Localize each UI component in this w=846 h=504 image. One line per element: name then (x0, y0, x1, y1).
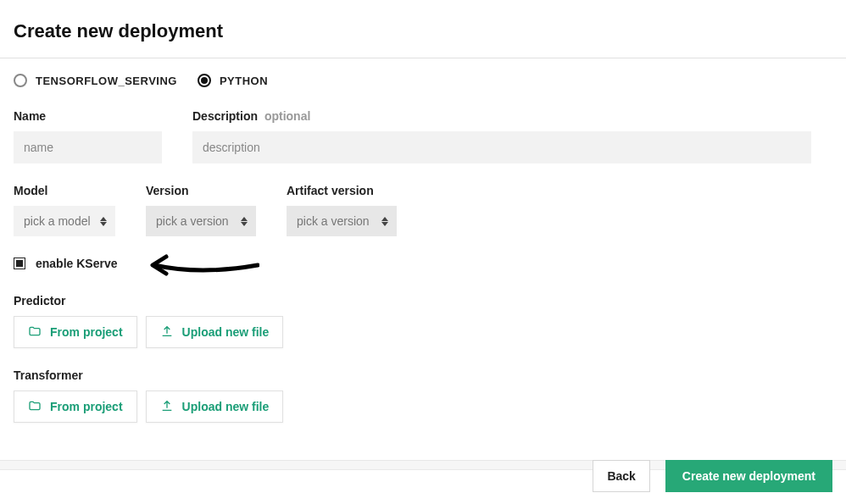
radio-python[interactable]: PYTHON (198, 74, 268, 87)
predictor-upload-button[interactable]: Upload new file (146, 316, 284, 348)
radio-icon (14, 74, 27, 87)
checkbox-checked-icon (16, 260, 23, 267)
model-select[interactable]: pick a model (14, 206, 115, 236)
button-label: Upload new file (182, 325, 270, 339)
unfold-icon (381, 217, 388, 226)
unfold-icon (100, 217, 107, 226)
radio-label: TENSORFLOW_SERVING (36, 75, 177, 87)
predictor-from-project-button[interactable]: From project (14, 316, 137, 348)
button-label: From project (50, 400, 123, 413)
upload-icon (160, 324, 174, 341)
transformer-from-project-button[interactable]: From project (14, 390, 137, 423)
button-label: From project (50, 325, 123, 339)
radio-dot-icon (201, 77, 208, 84)
radio-label: PYTHON (220, 75, 268, 87)
description-label: Description optional (192, 109, 811, 123)
serving-type-radio-group: TENSORFLOW_SERVING PYTHON (14, 74, 832, 87)
description-input[interactable] (192, 131, 811, 163)
radio-tensorflow-serving[interactable]: TENSORFLOW_SERVING (14, 74, 177, 87)
model-label: Model (14, 184, 115, 197)
annotation-arrow-icon (149, 253, 259, 280)
create-deployment-button[interactable]: Create new deployment (665, 460, 832, 492)
back-button[interactable]: Back (593, 460, 649, 492)
optional-tag: optional (264, 109, 310, 123)
select-placeholder: pick a version (297, 214, 370, 228)
unfold-icon (241, 217, 248, 226)
predictor-section-label: Predictor (14, 294, 832, 307)
name-input[interactable] (14, 131, 162, 163)
upload-icon (160, 399, 174, 415)
folder-icon (28, 399, 42, 415)
select-placeholder: pick a model (24, 214, 91, 228)
enable-kserve-label: enable KServe (36, 257, 118, 270)
radio-icon (198, 74, 211, 87)
name-label: Name (14, 109, 162, 123)
footer-actions: Back Create new deployment (593, 460, 832, 492)
button-label: Upload new file (182, 400, 270, 413)
page-title: Create new deployment (14, 20, 832, 42)
enable-kserve-checkbox[interactable] (14, 258, 25, 269)
select-placeholder: pick a version (156, 214, 229, 228)
folder-icon (28, 324, 42, 341)
version-label: Version (146, 184, 256, 197)
artifact-version-select[interactable]: pick a version (287, 206, 397, 236)
transformer-section-label: Transformer (14, 368, 832, 382)
transformer-upload-button[interactable]: Upload new file (146, 390, 284, 423)
artifact-label: Artifact version (287, 184, 397, 197)
version-select[interactable]: pick a version (146, 206, 256, 236)
